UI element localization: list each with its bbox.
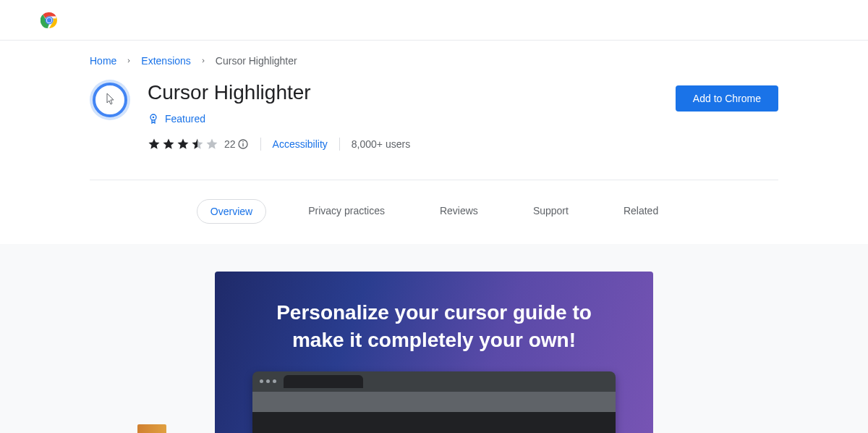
info-icon[interactable] (237, 138, 249, 150)
breadcrumb-current: Cursor Highlighter (216, 55, 297, 67)
tab-related[interactable]: Related (610, 199, 671, 224)
featured-badge: Featured (148, 113, 658, 125)
category-link[interactable]: Accessibility (273, 138, 328, 150)
add-to-chrome-button[interactable]: Add to Chrome (676, 85, 778, 112)
topbar (0, 0, 868, 41)
cursor-icon (106, 93, 116, 109)
star-empty-icon (205, 138, 218, 151)
breadcrumb: Home Extensions Cursor Highlighter (90, 41, 778, 80)
star-rating[interactable]: 22 (148, 138, 249, 151)
promo-card: Personalize your cursor guide to make it… (215, 272, 653, 433)
carousel-thumbnail[interactable] (137, 424, 166, 433)
divider (339, 138, 340, 151)
chevron-right-icon (125, 57, 132, 64)
star-icon (148, 138, 161, 151)
breadcrumb-home-link[interactable]: Home (90, 55, 116, 67)
extension-title: Cursor Highlighter (148, 80, 658, 106)
chrome-web-store-logo[interactable] (41, 12, 58, 29)
svg-point-5 (153, 117, 155, 119)
window-dots-icon (260, 379, 276, 383)
rating-count: 22 (224, 138, 236, 150)
star-half-icon (191, 138, 204, 151)
breadcrumb-extensions-link[interactable]: Extensions (141, 55, 190, 67)
promo-headline: Personalize your cursor guide to make it… (252, 299, 616, 354)
browser-urlbar (252, 392, 616, 412)
svg-rect-7 (242, 143, 243, 147)
tab-overview[interactable]: Overview (197, 199, 266, 224)
users-count: 8,000+ users (352, 138, 410, 150)
star-icon (162, 138, 175, 151)
chevron-right-icon (200, 57, 207, 64)
featured-label: Featured (165, 113, 205, 125)
browser-page (252, 412, 616, 433)
featured-badge-icon (148, 113, 159, 125)
extension-icon (90, 80, 130, 120)
stats-row: 22 Accessibility 8,000+ users (148, 138, 658, 151)
overview-promo-section: Personalize your cursor guide to make it… (0, 244, 868, 433)
svg-rect-8 (242, 141, 243, 142)
tab-support[interactable]: Support (520, 199, 582, 224)
tabs: Overview Privacy practices Reviews Suppo… (90, 180, 778, 244)
tab-reviews[interactable]: Reviews (427, 199, 491, 224)
extension-header: Cursor Highlighter Featured (90, 80, 778, 151)
browser-mock (252, 371, 616, 433)
divider (260, 138, 261, 151)
browser-tab-shape (284, 375, 363, 388)
tab-privacy[interactable]: Privacy practices (295, 199, 398, 224)
svg-point-3 (47, 17, 51, 22)
star-icon (176, 138, 190, 151)
